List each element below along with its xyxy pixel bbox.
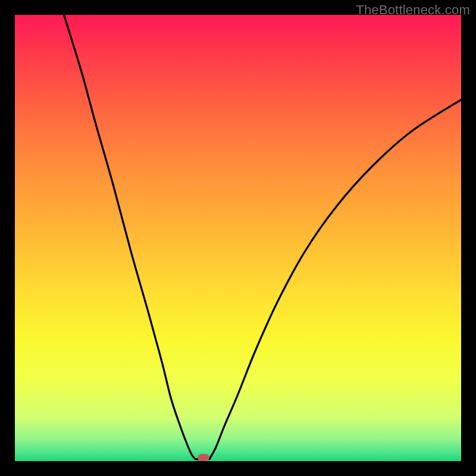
chart-frame: TheBottleneck.com — [0, 0, 476, 476]
plot-area — [15, 15, 461, 461]
minimum-marker — [198, 454, 209, 461]
curve-left-branch — [64, 15, 196, 459]
curve-right-branch — [209, 100, 461, 459]
bottleneck-curve — [15, 15, 461, 461]
